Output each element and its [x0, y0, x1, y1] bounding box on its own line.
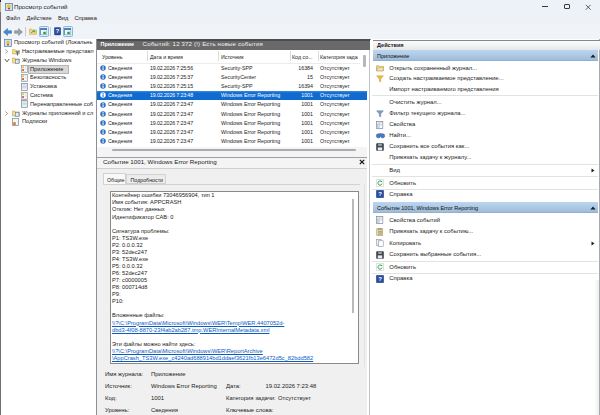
svg-text:?: ?	[378, 276, 382, 282]
svg-text:?: ?	[56, 28, 60, 34]
svg-text:?: ?	[378, 192, 382, 198]
